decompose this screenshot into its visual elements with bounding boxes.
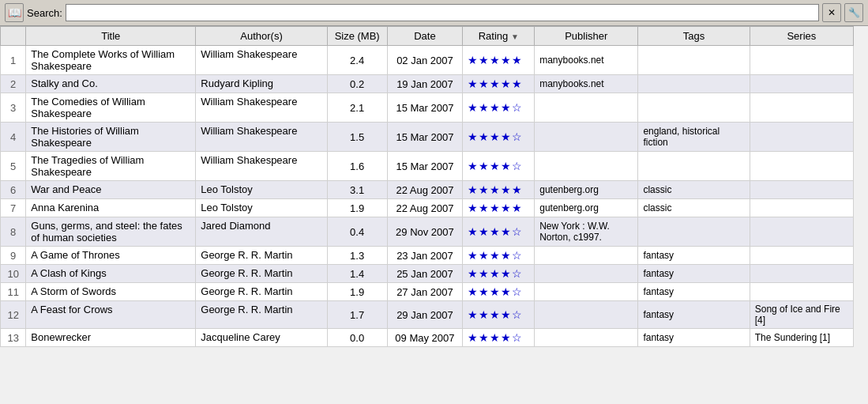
book-icon: 📖 xyxy=(8,6,21,19)
cell-tags: fantasy xyxy=(638,329,750,347)
cell-date: 15 Mar 2007 xyxy=(387,93,463,123)
star-rating: ★★★★☆ xyxy=(468,130,523,143)
cell-publisher xyxy=(535,265,638,283)
cell-authors: William Shakespeare xyxy=(196,93,328,123)
star-rating: ★★★★☆ xyxy=(468,160,523,172)
cell-series xyxy=(750,152,853,181)
col-header-size[interactable]: Size (MB) xyxy=(327,27,387,46)
table-row[interactable]: 11 A Storm of Swords George R. R. Martin… xyxy=(1,283,854,301)
cell-publisher: gutenberg.org xyxy=(535,181,638,199)
book-table-container: Title Author(s) Size (MB) Date Rating ▼ … xyxy=(0,26,868,400)
cell-publisher xyxy=(535,301,638,329)
star-rating: ★★★★☆ xyxy=(468,225,523,238)
cell-tags xyxy=(638,46,750,75)
cell-tags: classic xyxy=(638,199,750,217)
cell-series xyxy=(750,123,853,152)
table-row[interactable]: 13 Bonewrecker Jacqueline Carey 0.0 09 M… xyxy=(1,329,854,347)
cell-num: 13 xyxy=(1,329,26,347)
cell-series xyxy=(750,283,853,301)
cell-title: A Storm of Swords xyxy=(26,283,196,301)
cell-num: 11 xyxy=(1,283,26,301)
book-table: Title Author(s) Size (MB) Date Rating ▼ … xyxy=(0,26,854,347)
cell-num: 2 xyxy=(1,75,26,93)
star-rating: ★★★★☆ xyxy=(468,249,523,262)
cell-size: 1.4 xyxy=(327,265,387,283)
cell-rating: ★★★★☆ xyxy=(463,217,535,247)
cell-publisher xyxy=(535,152,638,181)
settings-icon: 🔧 xyxy=(848,7,860,18)
cell-date: 09 May 2007 xyxy=(387,329,463,347)
table-row[interactable]: 6 War and Peace Leo Tolstoy 3.1 22 Aug 2… xyxy=(1,181,854,199)
cell-num: 7 xyxy=(1,199,26,217)
cell-num: 6 xyxy=(1,181,26,199)
table-row[interactable]: 8 Guns, germs, and steel: the fates of h… xyxy=(1,217,854,247)
table-row[interactable]: 7 Anna Karenina Leo Tolstoy 1.9 22 Aug 2… xyxy=(1,199,854,217)
col-header-rating[interactable]: Rating ▼ xyxy=(463,27,535,46)
cell-size: 2.4 xyxy=(327,46,387,75)
col-header-date[interactable]: Date xyxy=(387,27,463,46)
cell-num: 12 xyxy=(1,301,26,329)
search-input[interactable] xyxy=(66,4,819,21)
table-row[interactable]: 1 The Complete Works of William Shakespe… xyxy=(1,46,854,75)
cell-date: 29 Jan 2007 xyxy=(387,301,463,329)
cell-num: 9 xyxy=(1,247,26,265)
col-header-title[interactable]: Title xyxy=(26,27,196,46)
cell-title: The Tragedies of William Shakespeare xyxy=(26,152,196,181)
search-icon-button[interactable]: 📖 xyxy=(5,3,24,22)
cell-title: War and Peace xyxy=(26,181,196,199)
search-settings-button[interactable]: 🔧 xyxy=(844,3,863,22)
cell-date: 29 Nov 2007 xyxy=(387,217,463,247)
cell-publisher xyxy=(535,329,638,347)
cell-num: 3 xyxy=(1,93,26,123)
cell-tags: classic xyxy=(638,181,750,199)
col-header-tags[interactable]: Tags xyxy=(638,27,750,46)
table-row[interactable]: 10 A Clash of Kings George R. R. Martin … xyxy=(1,265,854,283)
cell-size: 0.0 xyxy=(327,329,387,347)
cell-series xyxy=(750,247,853,265)
table-header-row: Title Author(s) Size (MB) Date Rating ▼ … xyxy=(1,27,854,46)
search-clear-button[interactable]: ✕ xyxy=(822,3,841,22)
table-row[interactable]: 3 The Comedies of William Shakespeare Wi… xyxy=(1,93,854,123)
cell-series xyxy=(750,75,853,93)
cell-title: Anna Karenina xyxy=(26,199,196,217)
cell-date: 22 Aug 2007 xyxy=(387,181,463,199)
cell-size: 0.2 xyxy=(327,75,387,93)
cell-authors: George R. R. Martin xyxy=(196,265,328,283)
cell-authors: William Shakespeare xyxy=(196,152,328,181)
cell-series: The Sundering [1] xyxy=(750,329,853,347)
cell-num: 10 xyxy=(1,265,26,283)
cell-tags xyxy=(638,75,750,93)
table-row[interactable]: 12 A Feast for Crows George R. R. Martin… xyxy=(1,301,854,329)
table-row[interactable]: 9 A Game of Thrones George R. R. Martin … xyxy=(1,247,854,265)
cell-rating: ★★★★★ xyxy=(463,181,535,199)
cell-rating: ★★★★☆ xyxy=(463,247,535,265)
cell-publisher xyxy=(535,123,638,152)
cell-publisher xyxy=(535,283,638,301)
cell-authors: George R. R. Martin xyxy=(196,283,328,301)
cell-date: 27 Jan 2007 xyxy=(387,283,463,301)
cell-tags: england, historical fiction xyxy=(638,123,750,152)
cell-tags: fantasy xyxy=(638,247,750,265)
col-header-authors[interactable]: Author(s) xyxy=(196,27,328,46)
cell-rating: ★★★★☆ xyxy=(463,265,535,283)
cell-title: The Histories of William Shakespeare xyxy=(26,123,196,152)
star-rating: ★★★★★ xyxy=(468,77,523,90)
cell-rating: ★★★★☆ xyxy=(463,329,535,347)
star-rating: ★★★★☆ xyxy=(468,331,523,344)
cell-publisher: manybooks.net xyxy=(535,75,638,93)
rating-label: Rating xyxy=(479,30,509,42)
cell-publisher: gutenberg.org xyxy=(535,199,638,217)
cell-tags: fantasy xyxy=(638,265,750,283)
cell-num: 5 xyxy=(1,152,26,181)
cell-date: 19 Jan 2007 xyxy=(387,75,463,93)
star-rating: ★★★★☆ xyxy=(468,308,523,321)
cell-title: Guns, germs, and steel: the fates of hum… xyxy=(26,217,196,247)
table-row[interactable]: 5 The Tragedies of William Shakespeare W… xyxy=(1,152,854,181)
col-header-publisher[interactable]: Publisher xyxy=(535,27,638,46)
col-header-series[interactable]: Series xyxy=(750,27,853,46)
cell-size: 1.9 xyxy=(327,283,387,301)
cell-num: 8 xyxy=(1,217,26,247)
cell-tags: fantasy xyxy=(638,301,750,329)
table-row[interactable]: 4 The Histories of William Shakespeare W… xyxy=(1,123,854,152)
table-row[interactable]: 2 Stalky and Co. Rudyard Kipling 0.2 19 … xyxy=(1,75,854,93)
